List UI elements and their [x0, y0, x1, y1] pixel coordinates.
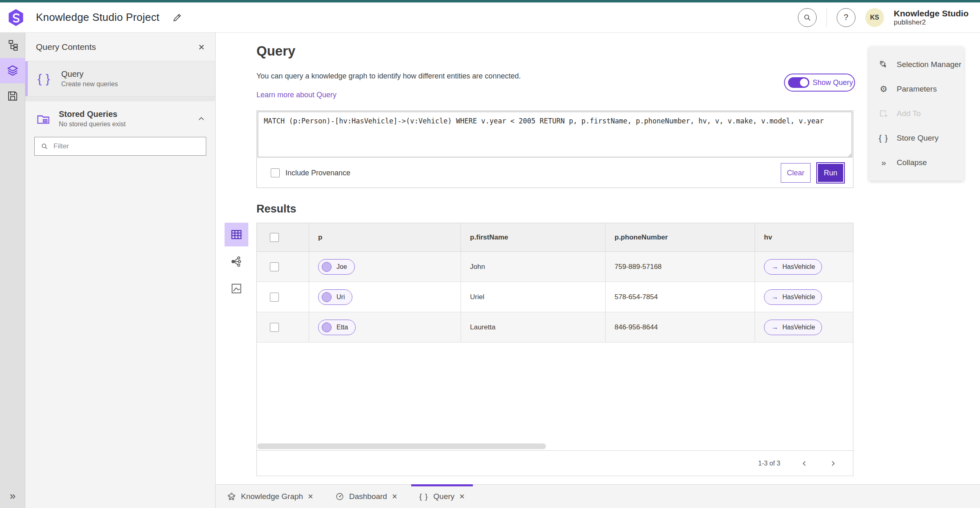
table-view-icon [230, 228, 243, 241]
edge-label: HasVehicle [782, 293, 815, 301]
chart-view-button[interactable] [225, 277, 248, 300]
tab-label: Knowledge Graph [241, 492, 303, 501]
stored-queries-folder-icon [36, 112, 51, 126]
topbar-divider [826, 8, 827, 27]
row-checkbox[interactable] [270, 323, 279, 332]
select-all-checkbox[interactable] [270, 233, 279, 242]
braces-icon: { } [419, 492, 429, 501]
cell-first-name: Uriel [461, 282, 606, 312]
filter-input[interactable] [53, 142, 200, 150]
collapse-button[interactable]: » Collapse [869, 150, 964, 175]
page-description: You can query a knowledge graph to ident… [256, 72, 521, 81]
column-header-p[interactable]: p [309, 223, 461, 251]
query-actions-row: Include Provenance Clear Run [257, 158, 853, 188]
row-checkbox[interactable] [270, 293, 279, 302]
include-provenance-checkbox[interactable] [271, 168, 280, 177]
filter-box [34, 137, 206, 156]
cell-phone-number: 578-654-7854 [606, 282, 755, 312]
next-page-button[interactable] [827, 457, 839, 470]
cell-phone-number: 759-889-57168 [606, 252, 755, 282]
edit-pencil-icon[interactable] [171, 11, 183, 24]
braces-icon: { } [38, 72, 51, 86]
tab-knowledge-graph[interactable]: Knowledge Graph × [219, 485, 321, 508]
previous-page-button[interactable] [798, 457, 811, 470]
include-provenance-label: Include Provenance [285, 169, 350, 177]
results-view-toolbar [225, 223, 248, 300]
add-to-button[interactable]: Add To [869, 101, 964, 126]
selection-manager-button[interactable]: Selection Manager [869, 52, 964, 77]
collapse-label: Collapse [897, 158, 927, 167]
toggle-switch-on[interactable] [788, 77, 809, 88]
sidebar-title: Query Contents [36, 42, 96, 52]
results-table: p p.firstName p.phoneNumber hv Joe John … [256, 223, 853, 476]
edge-pill[interactable]: →HasVehicle [764, 289, 822, 305]
table-row: Joe John 759-889-57168 →HasVehicle [257, 252, 853, 282]
search-button[interactable] [798, 8, 817, 27]
close-icon[interactable]: × [308, 492, 313, 501]
column-header-hv[interactable]: hv [755, 223, 853, 251]
arrow-right-icon: → [771, 293, 778, 301]
layers-icon [6, 64, 19, 77]
dashboard-gauge-icon [335, 492, 344, 501]
node-pill[interactable]: Etta [318, 320, 356, 335]
rail-item-save[interactable] [0, 83, 25, 109]
main-content: Query You can query a knowledge graph to… [216, 33, 980, 484]
parameters-button[interactable]: ⚙ Parameters [869, 77, 964, 101]
results-title: Results [256, 203, 296, 215]
show-query-toggle[interactable]: Show Query [784, 74, 855, 92]
column-header-phonenumber[interactable]: p.phoneNumber [606, 223, 755, 251]
graph-view-button[interactable] [225, 250, 248, 273]
avatar[interactable]: KS [865, 8, 884, 27]
graph-view-icon [230, 255, 243, 268]
stored-queries-section[interactable]: Stored Queries No stored queries exist [25, 101, 215, 134]
table-header-row: p p.firstName p.phoneNumber hv [257, 223, 853, 252]
selection-manager-label: Selection Manager [897, 60, 961, 69]
edge-pill[interactable]: →HasVehicle [764, 320, 822, 335]
product-name: Knowledge Studio [894, 9, 969, 18]
run-button[interactable]: Run [817, 163, 844, 183]
column-header-firstname[interactable]: p.firstName [461, 223, 606, 251]
braces-icon: { } [878, 133, 889, 143]
edge-pill[interactable]: →HasVehicle [764, 259, 822, 275]
tab-label: Dashboard [349, 492, 387, 501]
edge-label: HasVehicle [782, 263, 815, 271]
query-editor[interactable]: MATCH (p:Person)-[hv:HasVehicle]->(v:Veh… [258, 112, 852, 157]
node-icon [322, 262, 332, 272]
clear-button[interactable]: Clear [781, 163, 811, 183]
close-icon[interactable]: × [392, 492, 397, 501]
stored-queries-subtitle: No stored queries exist [59, 121, 197, 128]
table-view-button[interactable] [225, 223, 248, 246]
learn-more-link[interactable]: Learn more about Query [256, 91, 336, 99]
expand-panel-button[interactable]: » [0, 487, 25, 505]
chevron-right-icon [829, 460, 837, 467]
pagination-label: 1-3 of 3 [758, 460, 780, 467]
add-to-icon [878, 109, 889, 119]
sidebar-item-query[interactable]: { } Query Create new queries [25, 61, 215, 96]
bottom-tab-bar: Knowledge Graph × Dashboard × { } Query … [216, 484, 980, 508]
double-chevron-right-icon: » [878, 158, 889, 168]
stored-queries-title: Stored Queries [59, 110, 197, 119]
gear-icon: ⚙ [878, 84, 889, 94]
rail-item-layers[interactable] [0, 58, 25, 83]
tab-label: Query [433, 492, 454, 501]
scrollbar-thumb[interactable] [257, 443, 546, 449]
row-checkbox[interactable] [270, 262, 279, 271]
node-pill[interactable]: Joe [318, 259, 355, 275]
node-pill[interactable]: Uri [318, 289, 352, 305]
close-icon[interactable]: × [198, 42, 205, 52]
close-icon[interactable]: × [459, 492, 465, 501]
node-label: Uri [336, 293, 345, 301]
help-button[interactable]: ? [837, 8, 855, 27]
tab-query[interactable]: { } Query × [411, 485, 473, 508]
rail-item-hierarchy[interactable] [0, 33, 25, 58]
table-row: Uri Uriel 578-654-7854 →HasVehicle [257, 282, 853, 312]
store-query-button[interactable]: { } Store Query [869, 126, 964, 150]
section-divider [25, 96, 215, 101]
query-item-title: Query [61, 69, 118, 79]
save-icon [7, 90, 19, 102]
horizontal-scrollbar[interactable] [257, 443, 853, 450]
knowledge-graph-icon [227, 492, 236, 501]
tab-dashboard[interactable]: Dashboard × [327, 485, 405, 508]
chevron-up-icon[interactable] [197, 115, 205, 123]
cell-first-name: Lauretta [461, 312, 606, 342]
